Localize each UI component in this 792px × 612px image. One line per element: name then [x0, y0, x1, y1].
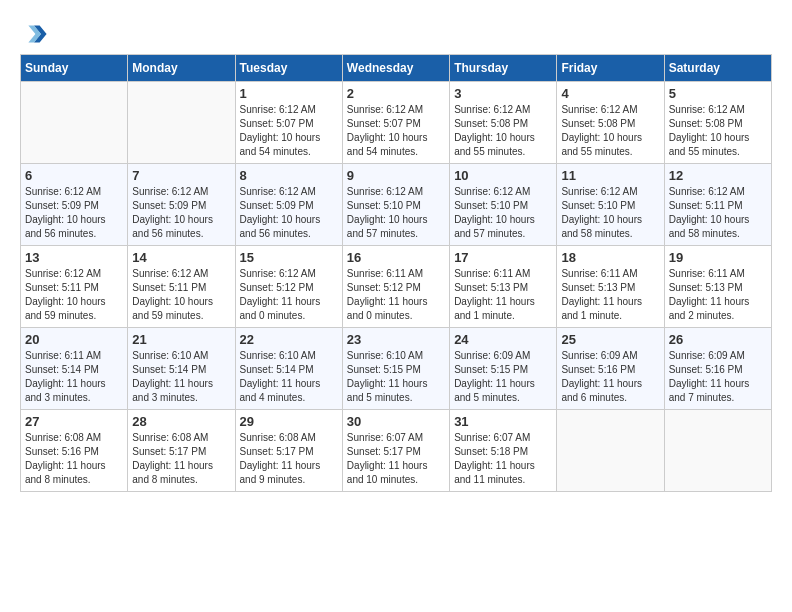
day-number: 23: [347, 332, 445, 347]
day-info: Sunrise: 6:12 AM Sunset: 5:09 PM Dayligh…: [25, 185, 123, 241]
day-of-week-header: Sunday: [21, 55, 128, 82]
day-number: 30: [347, 414, 445, 429]
day-info: Sunrise: 6:10 AM Sunset: 5:14 PM Dayligh…: [132, 349, 230, 405]
day-info: Sunrise: 6:07 AM Sunset: 5:17 PM Dayligh…: [347, 431, 445, 487]
calendar-week-row: 13Sunrise: 6:12 AM Sunset: 5:11 PM Dayli…: [21, 246, 772, 328]
calendar-day-cell: [21, 82, 128, 164]
calendar-day-cell: 29Sunrise: 6:08 AM Sunset: 5:17 PM Dayli…: [235, 410, 342, 492]
day-info: Sunrise: 6:12 AM Sunset: 5:08 PM Dayligh…: [669, 103, 767, 159]
day-number: 15: [240, 250, 338, 265]
day-number: 10: [454, 168, 552, 183]
day-info: Sunrise: 6:11 AM Sunset: 5:14 PM Dayligh…: [25, 349, 123, 405]
day-number: 8: [240, 168, 338, 183]
day-info: Sunrise: 6:10 AM Sunset: 5:15 PM Dayligh…: [347, 349, 445, 405]
day-number: 12: [669, 168, 767, 183]
calendar-day-cell: 14Sunrise: 6:12 AM Sunset: 5:11 PM Dayli…: [128, 246, 235, 328]
day-info: Sunrise: 6:08 AM Sunset: 5:17 PM Dayligh…: [132, 431, 230, 487]
day-number: 11: [561, 168, 659, 183]
calendar-day-cell: 28Sunrise: 6:08 AM Sunset: 5:17 PM Dayli…: [128, 410, 235, 492]
day-of-week-header: Friday: [557, 55, 664, 82]
day-number: 20: [25, 332, 123, 347]
calendar-week-row: 1Sunrise: 6:12 AM Sunset: 5:07 PM Daylig…: [21, 82, 772, 164]
day-number: 3: [454, 86, 552, 101]
day-info: Sunrise: 6:12 AM Sunset: 5:11 PM Dayligh…: [25, 267, 123, 323]
day-number: 26: [669, 332, 767, 347]
day-number: 17: [454, 250, 552, 265]
calendar-day-cell: 18Sunrise: 6:11 AM Sunset: 5:13 PM Dayli…: [557, 246, 664, 328]
day-number: 24: [454, 332, 552, 347]
day-info: Sunrise: 6:12 AM Sunset: 5:11 PM Dayligh…: [669, 185, 767, 241]
calendar-day-cell: 4Sunrise: 6:12 AM Sunset: 5:08 PM Daylig…: [557, 82, 664, 164]
day-info: Sunrise: 6:12 AM Sunset: 5:12 PM Dayligh…: [240, 267, 338, 323]
calendar-day-cell: 21Sunrise: 6:10 AM Sunset: 5:14 PM Dayli…: [128, 328, 235, 410]
day-info: Sunrise: 6:11 AM Sunset: 5:13 PM Dayligh…: [454, 267, 552, 323]
day-of-week-header: Saturday: [664, 55, 771, 82]
calendar-header-row: SundayMondayTuesdayWednesdayThursdayFrid…: [21, 55, 772, 82]
day-number: 28: [132, 414, 230, 429]
day-info: Sunrise: 6:12 AM Sunset: 5:07 PM Dayligh…: [240, 103, 338, 159]
day-number: 16: [347, 250, 445, 265]
calendar-day-cell: 7Sunrise: 6:12 AM Sunset: 5:09 PM Daylig…: [128, 164, 235, 246]
day-number: 13: [25, 250, 123, 265]
day-info: Sunrise: 6:12 AM Sunset: 5:09 PM Dayligh…: [132, 185, 230, 241]
day-number: 29: [240, 414, 338, 429]
calendar-day-cell: 1Sunrise: 6:12 AM Sunset: 5:07 PM Daylig…: [235, 82, 342, 164]
calendar-day-cell: 15Sunrise: 6:12 AM Sunset: 5:12 PM Dayli…: [235, 246, 342, 328]
day-info: Sunrise: 6:12 AM Sunset: 5:10 PM Dayligh…: [561, 185, 659, 241]
calendar-day-cell: 26Sunrise: 6:09 AM Sunset: 5:16 PM Dayli…: [664, 328, 771, 410]
calendar-day-cell: 13Sunrise: 6:12 AM Sunset: 5:11 PM Dayli…: [21, 246, 128, 328]
day-number: 25: [561, 332, 659, 347]
day-number: 9: [347, 168, 445, 183]
day-info: Sunrise: 6:11 AM Sunset: 5:13 PM Dayligh…: [669, 267, 767, 323]
day-number: 31: [454, 414, 552, 429]
day-info: Sunrise: 6:12 AM Sunset: 5:07 PM Dayligh…: [347, 103, 445, 159]
day-info: Sunrise: 6:12 AM Sunset: 5:08 PM Dayligh…: [454, 103, 552, 159]
day-number: 22: [240, 332, 338, 347]
day-info: Sunrise: 6:10 AM Sunset: 5:14 PM Dayligh…: [240, 349, 338, 405]
day-info: Sunrise: 6:09 AM Sunset: 5:15 PM Dayligh…: [454, 349, 552, 405]
calendar-day-cell: 19Sunrise: 6:11 AM Sunset: 5:13 PM Dayli…: [664, 246, 771, 328]
day-of-week-header: Wednesday: [342, 55, 449, 82]
calendar-day-cell: [664, 410, 771, 492]
day-info: Sunrise: 6:12 AM Sunset: 5:08 PM Dayligh…: [561, 103, 659, 159]
logo: [20, 20, 52, 48]
calendar-day-cell: 16Sunrise: 6:11 AM Sunset: 5:12 PM Dayli…: [342, 246, 449, 328]
calendar-day-cell: 22Sunrise: 6:10 AM Sunset: 5:14 PM Dayli…: [235, 328, 342, 410]
calendar-week-row: 20Sunrise: 6:11 AM Sunset: 5:14 PM Dayli…: [21, 328, 772, 410]
calendar-day-cell: 17Sunrise: 6:11 AM Sunset: 5:13 PM Dayli…: [450, 246, 557, 328]
day-of-week-header: Thursday: [450, 55, 557, 82]
calendar-day-cell: 3Sunrise: 6:12 AM Sunset: 5:08 PM Daylig…: [450, 82, 557, 164]
calendar-day-cell: 20Sunrise: 6:11 AM Sunset: 5:14 PM Dayli…: [21, 328, 128, 410]
day-info: Sunrise: 6:08 AM Sunset: 5:16 PM Dayligh…: [25, 431, 123, 487]
calendar-day-cell: 6Sunrise: 6:12 AM Sunset: 5:09 PM Daylig…: [21, 164, 128, 246]
day-info: Sunrise: 6:08 AM Sunset: 5:17 PM Dayligh…: [240, 431, 338, 487]
day-number: 21: [132, 332, 230, 347]
calendar-day-cell: 8Sunrise: 6:12 AM Sunset: 5:09 PM Daylig…: [235, 164, 342, 246]
calendar-day-cell: 10Sunrise: 6:12 AM Sunset: 5:10 PM Dayli…: [450, 164, 557, 246]
day-number: 19: [669, 250, 767, 265]
calendar-day-cell: 23Sunrise: 6:10 AM Sunset: 5:15 PM Dayli…: [342, 328, 449, 410]
day-number: 14: [132, 250, 230, 265]
day-of-week-header: Tuesday: [235, 55, 342, 82]
calendar-day-cell: 11Sunrise: 6:12 AM Sunset: 5:10 PM Dayli…: [557, 164, 664, 246]
calendar-day-cell: 12Sunrise: 6:12 AM Sunset: 5:11 PM Dayli…: [664, 164, 771, 246]
day-info: Sunrise: 6:11 AM Sunset: 5:12 PM Dayligh…: [347, 267, 445, 323]
calendar-day-cell: 24Sunrise: 6:09 AM Sunset: 5:15 PM Dayli…: [450, 328, 557, 410]
calendar-day-cell: 9Sunrise: 6:12 AM Sunset: 5:10 PM Daylig…: [342, 164, 449, 246]
calendar-day-cell: 25Sunrise: 6:09 AM Sunset: 5:16 PM Dayli…: [557, 328, 664, 410]
logo-icon: [20, 20, 48, 48]
day-of-week-header: Monday: [128, 55, 235, 82]
calendar-week-row: 27Sunrise: 6:08 AM Sunset: 5:16 PM Dayli…: [21, 410, 772, 492]
calendar-day-cell: 30Sunrise: 6:07 AM Sunset: 5:17 PM Dayli…: [342, 410, 449, 492]
day-number: 27: [25, 414, 123, 429]
day-number: 4: [561, 86, 659, 101]
day-info: Sunrise: 6:12 AM Sunset: 5:09 PM Dayligh…: [240, 185, 338, 241]
page-header: [20, 20, 772, 48]
day-number: 2: [347, 86, 445, 101]
day-info: Sunrise: 6:11 AM Sunset: 5:13 PM Dayligh…: [561, 267, 659, 323]
calendar-week-row: 6Sunrise: 6:12 AM Sunset: 5:09 PM Daylig…: [21, 164, 772, 246]
day-number: 6: [25, 168, 123, 183]
calendar-day-cell: 31Sunrise: 6:07 AM Sunset: 5:18 PM Dayli…: [450, 410, 557, 492]
day-info: Sunrise: 6:09 AM Sunset: 5:16 PM Dayligh…: [561, 349, 659, 405]
calendar-day-cell: [557, 410, 664, 492]
